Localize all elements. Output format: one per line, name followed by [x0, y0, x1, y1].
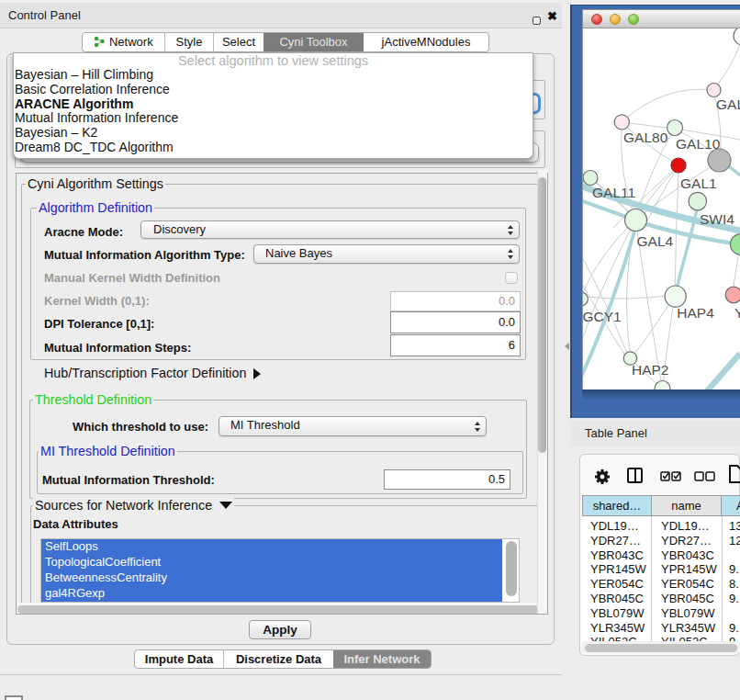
svg-text:GAL4: GAL4 [637, 233, 674, 249]
svg-text:HAP2: HAP2 [632, 362, 669, 378]
svg-text:HAP4: HAP4 [677, 305, 714, 321]
svg-text:GAL80: GAL80 [623, 130, 668, 145]
svg-text:GAL11: GAL11 [592, 185, 635, 200]
svg-text:GAL1: GAL1 [680, 175, 717, 191]
svg-text:Y: Y [734, 305, 740, 321]
svg-text:SWI4: SWI4 [700, 211, 734, 227]
svg-text:GAL10: GAL10 [676, 136, 721, 152]
svg-text:GCY1: GCY1 [583, 309, 622, 324]
svg-text:GAL7: GAL7 [716, 96, 740, 112]
